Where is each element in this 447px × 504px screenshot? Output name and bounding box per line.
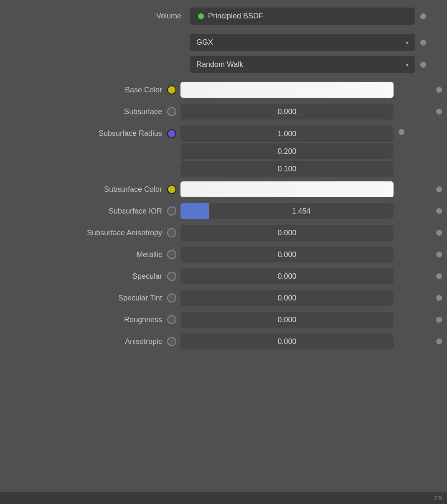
base-color-row: Base Color (0, 79, 447, 101)
metallic-row: Metallic 0.000 (0, 244, 447, 265)
volume-label: Volume (156, 12, 181, 20)
subsurface-radius-group: 1.000 0.200 0.100 (180, 126, 394, 177)
distribution-dot[interactable] (420, 40, 426, 46)
distribution-chevron-icon: ▾ (406, 39, 409, 46)
subsurface-anisotropy-dot[interactable] (436, 230, 442, 236)
anisotropic-value: 0.000 (277, 337, 296, 346)
subsurface-color-control (180, 181, 431, 197)
subsurface-anisotropy-row: Subsurface Anisotropy 0.000 (0, 222, 447, 244)
specular-tint-control: 0.000 (180, 290, 431, 306)
anisotropic-label: Anisotropic (0, 337, 167, 346)
ggx-dropdown-row: GGX ▾ (0, 31, 447, 53)
subsurface-radius-r-field[interactable]: 1.000 (180, 126, 394, 142)
specular-label: Specular (0, 272, 167, 281)
metallic-dot[interactable] (436, 252, 442, 257)
subsurface-radius-dot[interactable] (399, 129, 404, 135)
specular-tint-row: Specular Tint 0.000 (0, 287, 447, 309)
anisotropic-row: Anisotropic 0.000 (0, 331, 447, 352)
subsurface-radius-socket-icon[interactable] (167, 129, 176, 138)
subsurface-radius-b-field[interactable]: 0.100 (180, 161, 394, 177)
ior-bar (180, 203, 209, 219)
specular-tint-label: Specular Tint (0, 294, 167, 303)
method-value: Random Walk (196, 60, 243, 69)
subsurface-color-label: Subsurface Color (0, 185, 167, 194)
subsurface-value: 0.000 (277, 107, 296, 116)
subsurface-anisotropy-label: Subsurface Anisotropy (0, 229, 167, 237)
shader-panel: Volume Principled BSDF GGX ▾ Random Walk… (0, 0, 447, 504)
volume-row: Volume Principled BSDF (0, 4, 447, 28)
method-chevron-icon: ▾ (406, 61, 409, 68)
subsurface-label: Subsurface (0, 107, 167, 116)
subsurface-radius-label: Subsurface Radius (0, 126, 167, 138)
method-dot[interactable] (420, 62, 426, 68)
subsurface-radius-g-value: 0.200 (277, 147, 296, 156)
bottom-bar: 2.5 (0, 492, 447, 504)
subsurface-ior-dot[interactable] (436, 208, 442, 214)
specular-value: 0.000 (277, 272, 296, 281)
specular-tint-field[interactable]: 0.000 (180, 290, 394, 306)
distribution-value: GGX (196, 38, 213, 47)
anisotropic-socket-icon[interactable] (167, 337, 176, 346)
principled-bsdf-socket-icon (198, 13, 204, 19)
anisotropic-control: 0.000 (180, 333, 431, 349)
specular-tint-dot[interactable] (436, 295, 442, 301)
subsurface-color-field[interactable] (180, 181, 394, 197)
subsurface-field[interactable]: 0.000 (180, 104, 394, 120)
metallic-value: 0.000 (277, 250, 296, 259)
divider-2 (0, 76, 447, 79)
subsurface-color-row: Subsurface Color (0, 178, 447, 200)
subsurface-radius-row: Subsurface Radius 1.000 0.200 0.100 (0, 122, 447, 178)
roughness-socket-icon[interactable] (167, 315, 176, 324)
roughness-control: 0.000 (180, 312, 431, 328)
volume-dot[interactable] (420, 13, 426, 19)
subsurface-ior-field[interactable]: 1.454 (180, 203, 394, 219)
roughness-dot[interactable] (436, 317, 442, 323)
subsurface-ior-socket-icon[interactable] (167, 206, 176, 216)
subsurface-anisotropy-field[interactable]: 0.000 (180, 225, 394, 241)
distribution-dropdown[interactable]: GGX ▾ (190, 34, 415, 51)
subsurface-ior-label: Subsurface IOR (0, 207, 167, 216)
subsurface-row: Subsurface 0.000 (0, 101, 447, 122)
specular-tint-value: 0.000 (277, 294, 296, 303)
metallic-socket-icon[interactable] (167, 250, 176, 259)
volume-value: Principled BSDF (208, 12, 263, 20)
subsurface-dot[interactable] (436, 109, 442, 115)
subsurface-ior-value: 1.454 (209, 207, 394, 216)
specular-socket-icon[interactable] (167, 272, 176, 281)
specular-field[interactable]: 0.000 (180, 268, 394, 284)
metallic-control: 0.000 (180, 247, 431, 262)
subsurface-radius-r-value: 1.000 (277, 130, 296, 138)
subsurface-ior-control: 1.454 (180, 203, 431, 219)
subsurface-radius-b-value: 0.100 (277, 165, 296, 173)
roughness-row: Roughness 0.000 (0, 309, 447, 331)
specular-dot[interactable] (436, 273, 442, 279)
specular-control: 0.000 (180, 268, 431, 284)
base-color-label: Base Color (0, 86, 167, 94)
subsurface-radius-g-field[interactable]: 0.200 (180, 143, 394, 159)
subsurface-ior-row: Subsurface IOR 1.454 (0, 200, 447, 222)
metallic-label: Metallic (0, 250, 167, 259)
roughness-field[interactable]: 0.000 (180, 312, 394, 328)
volume-badge[interactable]: Principled BSDF (190, 8, 415, 25)
subsurface-socket-icon[interactable] (167, 107, 176, 116)
subsurface-color-dot[interactable] (436, 186, 442, 192)
method-dropdown[interactable]: Random Walk ▾ (190, 56, 415, 73)
version-label: 2.5 (434, 495, 442, 501)
subsurface-anisotropy-control: 0.000 (180, 225, 431, 241)
specular-tint-socket-icon[interactable] (167, 293, 176, 303)
metallic-field[interactable]: 0.000 (180, 247, 394, 262)
base-color-field[interactable] (180, 82, 394, 98)
roughness-label: Roughness (0, 316, 167, 324)
subsurface-anisotropy-socket-icon[interactable] (167, 228, 176, 237)
subsurface-anisotropy-value: 0.000 (277, 229, 296, 237)
base-color-dot[interactable] (436, 87, 442, 93)
base-color-socket-icon[interactable] (167, 85, 176, 94)
subsurface-color-socket-icon[interactable] (167, 185, 176, 194)
anisotropic-field[interactable]: 0.000 (180, 333, 394, 349)
anisotropic-dot[interactable] (436, 339, 442, 344)
base-color-control (180, 82, 431, 98)
subsurface-control: 0.000 (180, 104, 431, 120)
specular-row: Specular 0.000 (0, 265, 447, 287)
method-dropdown-row: Random Walk ▾ (0, 53, 447, 76)
divider-1 (0, 28, 447, 31)
